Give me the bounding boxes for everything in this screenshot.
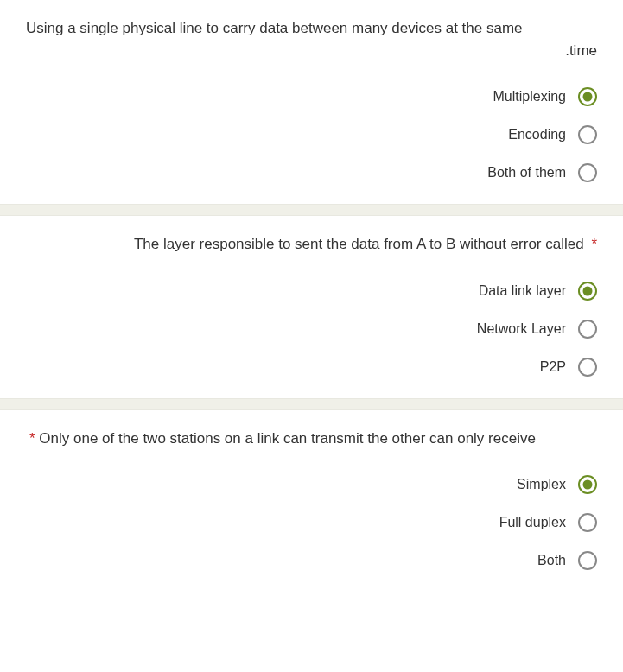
option-p2p[interactable]: P2P bbox=[26, 358, 597, 377]
option-both[interactable]: Both bbox=[26, 551, 597, 570]
required-marker: * bbox=[29, 430, 35, 447]
radio-icon[interactable] bbox=[578, 551, 597, 570]
question-block-3: * Only one of the two stations on a link… bbox=[0, 410, 623, 593]
divider bbox=[0, 398, 623, 410]
question-block-2: * The layer responsible to sent the data… bbox=[0, 216, 623, 398]
option-label: Both of them bbox=[487, 165, 566, 181]
required-marker: * bbox=[591, 236, 597, 252]
option-label: Encoding bbox=[508, 127, 566, 143]
option-simplex[interactable]: Simplex bbox=[26, 475, 597, 494]
option-label: Multiplexing bbox=[493, 89, 566, 105]
question-body: Only one of the two stations on a link c… bbox=[39, 430, 536, 447]
radio-icon[interactable] bbox=[578, 282, 597, 301]
option-label: Both bbox=[537, 553, 566, 568]
radio-icon[interactable] bbox=[578, 87, 597, 106]
option-both-of-them[interactable]: Both of them bbox=[26, 163, 597, 182]
options-group: Data link layer Network Layer P2P bbox=[26, 282, 597, 377]
question-text: Using a single physical line to carry da… bbox=[26, 17, 597, 61]
question-body: The layer responsible to sent the data f… bbox=[134, 236, 584, 252]
options-group: Simplex Full duplex Both bbox=[26, 475, 597, 570]
option-label: P2P bbox=[540, 359, 566, 375]
option-label: Simplex bbox=[517, 477, 566, 492]
question-line2: .time bbox=[26, 40, 597, 62]
radio-icon[interactable] bbox=[578, 320, 597, 339]
option-label: Network Layer bbox=[477, 321, 566, 337]
option-network-layer[interactable]: Network Layer bbox=[26, 320, 597, 339]
question-text: * The layer responsible to sent the data… bbox=[26, 233, 597, 256]
option-data-link-layer[interactable]: Data link layer bbox=[26, 282, 597, 301]
option-label: Data link layer bbox=[479, 283, 566, 299]
options-group: Multiplexing Encoding Both of them bbox=[26, 87, 597, 182]
question-line1: Using a single physical line to carry da… bbox=[26, 20, 523, 36]
option-encoding[interactable]: Encoding bbox=[26, 125, 597, 144]
radio-icon[interactable] bbox=[578, 513, 597, 532]
option-full-duplex[interactable]: Full duplex bbox=[26, 513, 597, 532]
option-label: Full duplex bbox=[499, 515, 566, 530]
radio-icon[interactable] bbox=[578, 475, 597, 494]
question-text: * Only one of the two stations on a link… bbox=[26, 428, 597, 450]
option-multiplexing[interactable]: Multiplexing bbox=[26, 87, 597, 106]
divider bbox=[0, 204, 623, 216]
question-block-1: Using a single physical line to carry da… bbox=[0, 0, 623, 204]
radio-icon[interactable] bbox=[578, 125, 597, 144]
radio-icon[interactable] bbox=[578, 358, 597, 377]
radio-icon[interactable] bbox=[578, 163, 597, 182]
